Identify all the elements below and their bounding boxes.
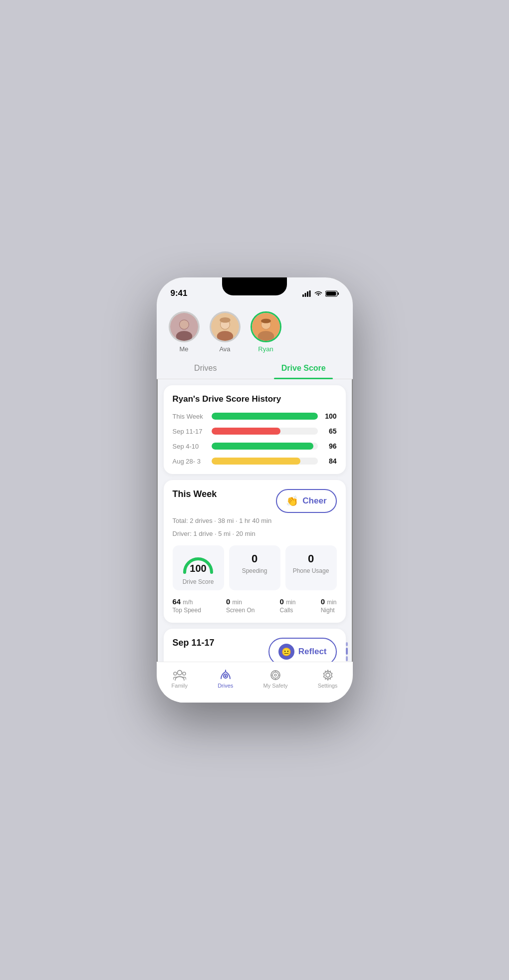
phone-frame: 9:41 — [157, 277, 353, 703]
avatar-circle-me[interactable] — [169, 311, 200, 342]
stat-top-speed-label: Top Speed — [173, 607, 201, 614]
svg-rect-2 — [307, 291, 308, 297]
sound-waves — [346, 642, 348, 661]
svg-point-21 — [177, 670, 182, 675]
metric-speeding-week: 0 Speeding — [229, 545, 280, 590]
bar-row-sep1117: Sep 11-17 65 — [173, 427, 337, 435]
nav-item-settings[interactable]: Settings — [318, 670, 338, 689]
reflect-emoji: 😐 — [281, 647, 291, 657]
svg-point-29 — [274, 674, 276, 676]
nav-label-settings: Settings — [318, 683, 338, 689]
stat-top-speed-value: 64 m/h — [173, 597, 201, 606]
week-subtitle2: Driver: 1 drive · 5 mi · 20 min — [173, 529, 337, 539]
history-title: Ryan's Drive Score History — [173, 394, 337, 404]
nav-item-drives[interactable]: Drives — [218, 670, 233, 689]
drive-score-gauge-100: 100 — [181, 552, 216, 574]
bar-track-sep1117 — [212, 428, 318, 435]
scroll-content[interactable]: Me Ava — [157, 302, 353, 703]
bar-score-thisweek: 100 — [323, 412, 337, 420]
sep-left: Sep 11-17 — [173, 638, 215, 648]
bar-score-sep1117: 65 — [323, 427, 337, 435]
bar-fill-sep410 — [212, 443, 313, 450]
bar-score-aug283: 84 — [323, 457, 337, 465]
avatars-section: Me Ava — [157, 302, 353, 358]
stat-screen-on: 0 min Screen On — [226, 597, 254, 614]
nav-item-family[interactable]: Family — [172, 670, 188, 689]
tab-drive-score[interactable]: Drive Score — [254, 358, 353, 379]
stat-screen-value: 0 min — [226, 597, 254, 606]
metrics-grid-week: 100 Drive Score 0 Speeding 0 Phone Usage — [173, 545, 337, 590]
cheer-button[interactable]: 👏 Cheer — [276, 489, 336, 513]
nav-label-family: Family — [172, 683, 188, 689]
week-left: This Week — [173, 489, 217, 499]
wave-3 — [346, 656, 348, 661]
bar-row-thisweek: This Week 100 — [173, 412, 337, 420]
week-subtitle1: Total: 2 drives · 38 mi · 1 hr 40 min — [173, 516, 337, 526]
avatar-label-me: Me — [179, 345, 188, 353]
svg-point-10 — [179, 320, 188, 329]
reflect-icon: 😐 — [278, 644, 294, 660]
stat-calls-label: Calls — [280, 607, 296, 614]
tab-drives[interactable]: Drives — [157, 358, 255, 379]
stat-top-speed: 64 m/h Top Speed — [173, 597, 201, 614]
avatar-item-ava[interactable]: Ava — [210, 311, 241, 353]
reflect-label: Reflect — [298, 647, 327, 657]
nav-item-my-safety[interactable]: My Safety — [263, 670, 288, 689]
svg-point-20 — [261, 319, 271, 323]
svg-rect-5 — [338, 292, 339, 295]
metric-value-phone-week: 0 — [308, 552, 314, 565]
settings-icon — [321, 670, 334, 681]
bar-label-sep410: Sep 4-10 — [173, 443, 207, 450]
bar-label-sep1117: Sep 11-17 — [173, 428, 207, 435]
stat-calls-value: 0 min — [280, 597, 296, 606]
ryan-avatar-image — [252, 311, 280, 342]
svg-point-9 — [176, 331, 192, 342]
bar-row-aug283: Aug 28- 3 84 — [173, 457, 337, 465]
svg-point-18 — [257, 331, 274, 342]
battery-icon — [325, 290, 339, 297]
stat-night: 0 min Night — [321, 597, 337, 614]
svg-rect-3 — [309, 290, 310, 297]
bar-track-aug283 — [212, 458, 318, 465]
svg-point-22 — [174, 672, 177, 675]
stat-screen-label: Screen On — [226, 607, 254, 614]
svg-rect-1 — [304, 293, 306, 297]
wave-1 — [346, 642, 348, 646]
svg-point-13 — [217, 331, 233, 342]
metric-value-speeding-week: 0 — [252, 552, 257, 565]
sep1117-title: Sep 11-17 — [173, 638, 215, 648]
svg-point-15 — [220, 317, 231, 323]
stat-calls: 0 min Calls — [280, 597, 296, 614]
stats-row-week: 64 m/h Top Speed 0 min Screen On 0 min C… — [173, 597, 337, 614]
metric-label-phone-week: Phone Usage — [293, 567, 329, 574]
svg-point-26 — [225, 675, 227, 677]
cheer-label: Cheer — [302, 496, 326, 506]
cheer-icon: 👏 — [286, 495, 298, 507]
avatar-circle-ryan[interactable] — [251, 311, 281, 342]
metric-phone-week: 0 Phone Usage — [285, 545, 337, 590]
this-week-card: This Week 👏 Cheer Total: 2 drives · 38 m… — [164, 480, 346, 623]
stat-night-value: 0 min — [321, 597, 337, 606]
bar-fill-sep1117 — [212, 428, 280, 435]
avatar-item-me[interactable]: Me — [169, 311, 200, 353]
history-card: Ryan's Drive Score History This Week 100… — [164, 385, 346, 474]
svg-point-28 — [272, 672, 278, 678]
bar-track-thisweek — [212, 413, 318, 420]
metric-label-speeding-week: Speeding — [242, 567, 267, 574]
bar-label-thisweek: This Week — [173, 413, 207, 420]
stat-night-label: Night — [321, 607, 337, 614]
signal-icon — [302, 290, 311, 297]
svg-point-23 — [183, 672, 186, 675]
avatar-item-ryan[interactable]: Ryan — [251, 311, 281, 353]
family-icon — [173, 670, 186, 681]
nav-label-drives: Drives — [218, 683, 233, 689]
avatar-circle-ava[interactable] — [210, 311, 241, 342]
week-title: This Week — [173, 489, 217, 499]
gauge-number-100: 100 — [190, 563, 206, 574]
svg-point-34 — [326, 673, 330, 677]
metric-label-drive-score-week: Drive Score — [183, 578, 214, 585]
week-header: This Week 👏 Cheer — [173, 489, 337, 513]
bottom-nav: Family Drives My Safety — [157, 662, 353, 703]
ava-avatar-image — [211, 311, 239, 342]
bar-row-sep410: Sep 4-10 96 — [173, 442, 337, 450]
